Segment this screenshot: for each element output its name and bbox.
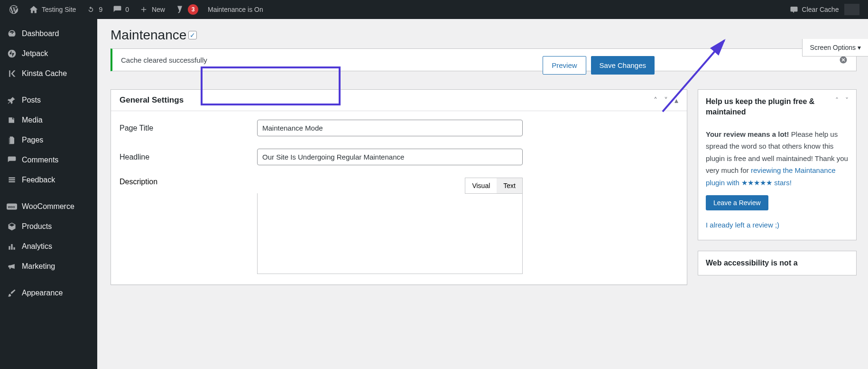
brush-icon <box>7 288 17 298</box>
sidebar-item-kinsta[interactable]: Kinsta Cache <box>0 64 97 84</box>
collapse-icon[interactable]: ▴ <box>674 96 678 105</box>
updates-icon <box>85 4 96 15</box>
yoast-icon <box>175 4 185 15</box>
sidebar-label: Feedback <box>22 176 55 184</box>
preview-button[interactable]: Preview <box>543 56 586 75</box>
plus-icon <box>139 4 149 15</box>
site-name[interactable]: Testing Site <box>24 0 81 19</box>
clear-cache-label: Clear Cache <box>802 6 839 13</box>
woo-icon: woo <box>7 201 17 212</box>
move-down-icon[interactable]: ˅ <box>664 96 668 105</box>
leave-review-button[interactable]: Leave a Review <box>706 195 768 210</box>
sidebar-label: Comments <box>22 156 58 164</box>
headline-input[interactable] <box>257 149 523 165</box>
postbox-title: General Settings <box>120 95 184 105</box>
tab-text[interactable]: Text <box>497 178 522 193</box>
screen-options-tab[interactable]: Screen Options ▾ <box>802 39 868 57</box>
move-down-icon[interactable]: ˅ <box>845 96 849 104</box>
media-icon <box>7 115 17 125</box>
sidebar-item-dashboard[interactable]: Dashboard <box>0 24 97 44</box>
page-title: Maintenance✓ <box>111 28 857 43</box>
admin-sidebar: Dashboard Jetpack Kinsta Cache Posts Med… <box>0 19 97 369</box>
site-name-label: Testing Site <box>42 6 76 13</box>
sidebar-item-appearance[interactable]: Appearance <box>0 283 97 303</box>
sidebar-label: Appearance <box>22 289 63 297</box>
review-box: Help us keep the plugin free & maintaine… <box>698 89 857 240</box>
sidebar-item-jetpack[interactable]: Jetpack <box>0 44 97 64</box>
clear-cache-button[interactable]: Clear Cache <box>784 0 864 19</box>
sidebar-label: Posts <box>22 96 41 104</box>
description-editor[interactable] <box>257 193 523 274</box>
pages-icon <box>7 135 17 145</box>
sidebar-label: Media <box>22 116 43 124</box>
accessibility-box: Web accessibility is not a <box>698 251 857 275</box>
sidebar-item-marketing[interactable]: Marketing <box>0 256 97 276</box>
svg-text:woo: woo <box>8 205 15 209</box>
dismiss-notice[interactable] <box>839 56 848 64</box>
wordpress-icon <box>9 4 19 15</box>
maintenance-status-label: Maintenance is On <box>208 6 263 13</box>
sidebar-label: Jetpack <box>22 49 48 58</box>
new-content[interactable]: New <box>134 0 170 19</box>
review-text: Your review means a lot! Please help us … <box>706 128 849 189</box>
comments-link[interactable]: 0 <box>107 0 134 19</box>
sidebar-label: Dashboard <box>22 29 59 38</box>
content-area: Screen Options ▾ Maintenance✓ Preview Sa… <box>97 19 868 369</box>
comments-count: 0 <box>125 6 129 13</box>
sidebar-item-pages[interactable]: Pages <box>0 130 97 150</box>
description-label: Description <box>120 178 257 186</box>
comments-icon <box>7 155 17 165</box>
yoast-badge: 3 <box>188 4 198 15</box>
sidebar-label: Pages <box>22 136 43 144</box>
chat-icon <box>789 4 799 15</box>
yoast-link[interactable]: 3 <box>170 0 203 19</box>
page-title-input[interactable] <box>257 120 523 136</box>
editor-tabs: Visual Text <box>465 178 523 194</box>
sidebar-label: Products <box>22 222 52 231</box>
admin-bar: Testing Site 9 0 New 3 Maintenance is On… <box>0 0 868 19</box>
comment-icon <box>112 4 122 15</box>
tab-visual[interactable]: Visual <box>465 178 497 193</box>
sidebar-label: Kinsta Cache <box>22 69 67 78</box>
maintenance-status[interactable]: Maintenance is On <box>203 0 268 19</box>
sidebar-item-analytics[interactable]: Analytics <box>0 237 97 256</box>
general-settings-box: General Settings ˄ ˅ ▴ Page Title <box>111 89 687 285</box>
megaphone-icon <box>7 261 17 272</box>
sidebar-label: WooCommerce <box>22 202 74 211</box>
page-title-label: Page Title <box>120 124 257 132</box>
jetpack-icon <box>7 48 17 59</box>
sidebar-item-woocommerce[interactable]: wooWooCommerce <box>0 197 97 217</box>
postbox-header: General Settings ˄ ˅ ▴ <box>111 90 687 111</box>
maintenance-checkbox[interactable]: ✓ <box>188 31 197 39</box>
analytics-icon <box>7 241 17 252</box>
already-reviewed-link[interactable]: I already left a review ;) <box>706 219 779 231</box>
pushpin-icon <box>7 95 17 105</box>
feedback-icon <box>7 175 17 185</box>
headline-label: Headline <box>120 153 257 161</box>
header-actions: Preview Save Changes <box>543 56 655 75</box>
move-up-icon[interactable]: ˄ <box>835 96 839 104</box>
updates-count: 9 <box>99 6 102 13</box>
sidebar-label: Analytics <box>22 242 52 251</box>
sidebar-item-feedback[interactable]: Feedback <box>0 170 97 190</box>
sidebar-item-posts[interactable]: Posts <box>0 90 97 110</box>
sidebar-item-media[interactable]: Media <box>0 110 97 130</box>
new-label: New <box>152 6 165 13</box>
dashboard-icon <box>7 28 17 39</box>
sidebar-item-comments[interactable]: Comments <box>0 150 97 170</box>
move-up-icon[interactable]: ˄ <box>654 96 657 105</box>
sidebar-label: Marketing <box>22 262 55 271</box>
notice-text: Cache cleared successfully <box>121 56 207 64</box>
clear-cache-box <box>844 4 859 15</box>
updates-link[interactable]: 9 <box>81 0 107 19</box>
kinsta-icon <box>7 68 17 79</box>
svg-point-0 <box>8 50 16 58</box>
save-changes-button[interactable]: Save Changes <box>591 56 655 75</box>
home-icon <box>28 4 39 15</box>
sidebar-item-products[interactable]: Products <box>0 217 97 237</box>
wp-logo[interactable] <box>4 0 24 19</box>
success-notice: Cache cleared successfully <box>111 48 857 71</box>
review-box-title: Help us keep the plugin free & maintaine… <box>706 96 835 118</box>
products-icon <box>7 221 17 232</box>
accessibility-title: Web accessibility is not a <box>706 258 798 268</box>
